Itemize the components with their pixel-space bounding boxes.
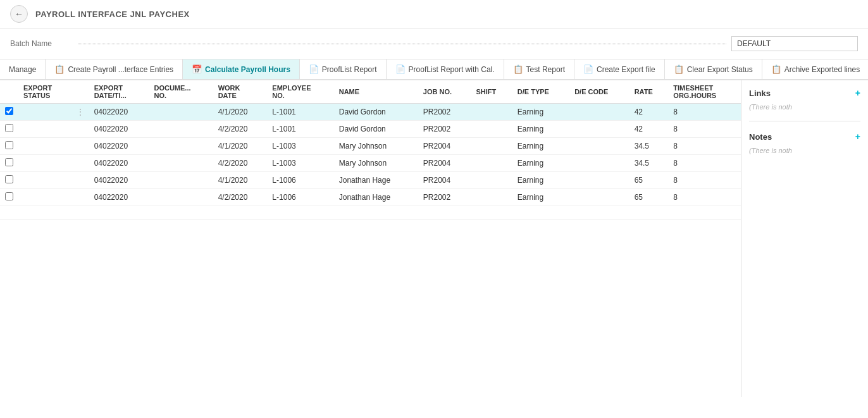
rate-cell-3: 34.5	[629, 155, 669, 172]
de-code-cell-4	[569, 172, 629, 189]
doc-no-cell-4	[149, 172, 213, 189]
dots-cell-5[interactable]	[71, 189, 89, 206]
export-date-cell-0: 04022020	[89, 104, 149, 121]
name-cell-5: Jonathan Hage	[334, 189, 418, 206]
tab-label-clear-export: Clear Export Status	[687, 65, 753, 74]
col-header-shift: SHIFT	[471, 80, 512, 104]
tab-calculate-payroll[interactable]: 📅Calculate Payroll Hours	[183, 59, 300, 80]
de-code-cell-0	[569, 104, 629, 121]
tab-icon-clear-export: 📋	[674, 65, 684, 74]
name-cell-3: Mary Johnson	[334, 155, 418, 172]
table-area: EXPORT STATUSEXPORT DATE/TI...DOCUME... …	[0, 80, 741, 397]
tab-test-report[interactable]: 📋Test Report	[504, 59, 574, 79]
table-row[interactable]: 040220204/2/2020L-1001David GordonPR2002…	[0, 121, 741, 138]
table-row[interactable]: 040220204/1/2020L-1006Jonathan HagePR200…	[0, 172, 741, 189]
dots-cell-2[interactable]	[71, 138, 89, 155]
export-status-cell-1	[18, 121, 71, 138]
row-checkbox-4[interactable]	[0, 172, 18, 189]
back-button[interactable]: ←	[10, 5, 28, 23]
col-header-checkbox	[0, 80, 18, 104]
tab-create-payroll[interactable]: 📋Create Payroll ...terface Entries	[46, 59, 183, 79]
dots-cell-4[interactable]	[71, 172, 89, 189]
job-no-cell-2: PR2004	[418, 138, 471, 155]
export-status-cell-5	[18, 189, 71, 206]
tab-label-create-payroll: Create Payroll ...terface Entries	[68, 65, 173, 74]
app-title: PAYROLL INTERFACE JNL PAYCHEX	[35, 9, 190, 19]
timesheet-orghours-cell-2: 8	[668, 138, 741, 155]
batch-row: Batch Name DEFAULT	[0, 28, 868, 59]
batch-value[interactable]: DEFAULT	[731, 36, 858, 51]
de-type-cell-1: Earning	[512, 121, 569, 138]
tab-label-calculate-payroll: Calculate Payroll Hours	[205, 65, 290, 74]
rate-cell-1: 42	[629, 121, 669, 138]
row-checkbox-1[interactable]	[0, 121, 18, 138]
row-checkbox-3[interactable]	[0, 155, 18, 172]
work-date-cell-0: 4/1/2020	[213, 104, 268, 121]
timesheet-orghours-cell-0: 8	[668, 104, 741, 121]
work-date-cell-1: 4/2/2020	[213, 121, 268, 138]
row-checkbox-2[interactable]	[0, 138, 18, 155]
col-header-timesheet-orghours: TIMESHEET ORG.HOURS	[668, 80, 741, 104]
rate-cell-0: 42	[629, 104, 669, 121]
tab-icon-test-report: 📋	[513, 65, 523, 74]
tab-label-test-report: Test Report	[526, 65, 565, 74]
de-code-cell-1	[569, 121, 629, 138]
job-no-cell-3: PR2004	[418, 155, 471, 172]
export-date-cell-3: 04022020	[89, 155, 149, 172]
job-no-cell-0: PR2002	[418, 104, 471, 121]
row-checkbox-0[interactable]	[0, 104, 18, 121]
notes-empty: (There is noth	[749, 147, 860, 154]
shift-cell-5	[471, 189, 512, 206]
tab-icon-create-payroll: 📋	[54, 65, 65, 74]
timesheet-orghours-cell-4: 8	[668, 172, 741, 189]
shift-cell-4	[471, 172, 512, 189]
rate-cell-5: 65	[629, 189, 669, 206]
timesheet-orghours-cell-3: 8	[668, 155, 741, 172]
export-status-cell-0	[18, 104, 71, 121]
work-date-cell-2: 4/1/2020	[213, 138, 268, 155]
tab-prooflist-cal[interactable]: 📄ProofList Report with Cal.	[387, 59, 504, 79]
shift-cell-0	[471, 104, 512, 121]
links-add-button[interactable]: +	[855, 88, 860, 98]
col-header-rate: RATE	[629, 80, 669, 104]
links-section-title: Links +	[749, 88, 860, 98]
tab-archive[interactable]: 📋Archive Exported lines	[762, 59, 868, 79]
de-type-cell-2: Earning	[512, 138, 569, 155]
dots-cell-3[interactable]	[71, 155, 89, 172]
table-row[interactable]: ⋮040220204/1/2020L-1001David GordonPR200…	[0, 104, 741, 121]
col-header-name: NAME	[334, 80, 418, 104]
export-date-cell-2: 04022020	[89, 138, 149, 155]
notes-add-button[interactable]: +	[855, 132, 860, 142]
export-status-cell-4	[18, 172, 71, 189]
tab-label-create-export: Create Export file	[597, 65, 655, 74]
batch-label: Batch Name	[10, 39, 73, 48]
table-row[interactable]: 040220204/2/2020L-1003Mary JohnsonPR2004…	[0, 155, 741, 172]
dots-cell-0[interactable]: ⋮	[71, 104, 89, 121]
col-header-de-code: D/E CODE	[569, 80, 629, 104]
tab-icon-archive: 📋	[771, 65, 781, 74]
export-date-cell-5: 04022020	[89, 189, 149, 206]
de-type-cell-5: Earning	[512, 189, 569, 206]
tab-create-export[interactable]: 📄Create Export file	[574, 59, 665, 79]
timesheet-orghours-cell-1: 8	[668, 121, 741, 138]
table-row[interactable]: 040220204/2/2020L-1006Jonathan HagePR200…	[0, 189, 741, 206]
links-empty: (There is noth	[749, 103, 860, 111]
row-checkbox-5[interactable]	[0, 189, 18, 206]
tab-clear-export[interactable]: 📋Clear Export Status	[665, 59, 762, 79]
work-date-cell-3: 4/2/2020	[213, 155, 268, 172]
tab-prooflist[interactable]: 📄ProofList Report	[300, 59, 387, 79]
tab-manage[interactable]: Manage	[0, 59, 46, 79]
de-type-cell-0: Earning	[512, 104, 569, 121]
employee-no-cell-5: L-1006	[267, 189, 333, 206]
table-row[interactable]: 040220204/1/2020L-1003Mary JohnsonPR2004…	[0, 138, 741, 155]
shift-cell-1	[471, 121, 512, 138]
col-header-work-date: WORK DATE	[213, 80, 268, 104]
shift-cell-2	[471, 138, 512, 155]
doc-no-cell-5	[149, 189, 213, 206]
de-code-cell-3	[569, 155, 629, 172]
doc-no-cell-2	[149, 138, 213, 155]
work-date-cell-4: 4/1/2020	[213, 172, 268, 189]
dots-cell-1[interactable]	[71, 121, 89, 138]
col-header-employee-no: EMPLOYEE NO.	[267, 80, 333, 104]
export-date-cell-1: 04022020	[89, 121, 149, 138]
